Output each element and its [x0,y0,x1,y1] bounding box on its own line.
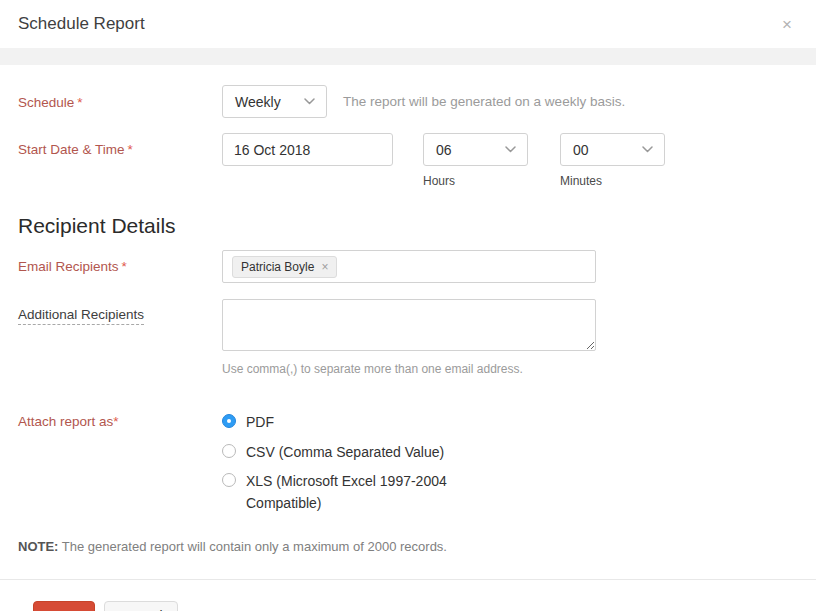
radio-option-pdf-label: PDF [246,412,274,434]
chevron-down-icon [304,98,315,105]
minutes-select[interactable]: 00 [560,133,665,166]
radio-option-csv[interactable]: CSV (Comma Separated Value) [222,442,498,464]
start-date-time-label-text: Start Date & Time [18,142,125,157]
email-recipients-row: Email Recipients* Patricia Boyle × [18,250,816,283]
additional-recipients-textarea[interactable] [222,299,596,351]
dialog-footer: Save Cancel [0,580,816,611]
header-divider-band [0,48,816,65]
required-asterisk: * [77,95,82,110]
recipient-chip: Patricia Boyle × [232,256,337,278]
attach-format-radio-group: PDF CSV (Comma Separated Value) XLS (Mic… [222,412,498,523]
schedule-select[interactable]: Weekly [222,85,327,118]
email-recipients-field[interactable]: Patricia Boyle × [222,250,596,283]
minutes-caption: Minutes [560,174,665,188]
dialog-header: Schedule Report × [0,0,816,48]
save-button[interactable]: Save [33,601,95,611]
hours-select[interactable]: 06 [423,133,528,166]
recipient-chip-name: Patricia Boyle [241,260,314,274]
start-date-time-label: Start Date & Time* [18,133,222,157]
additional-recipients-row: Additional Recipients Use comma(,) to se… [18,299,816,376]
chip-remove-icon[interactable]: × [321,260,328,274]
close-icon[interactable]: × [778,14,796,35]
schedule-label: Schedule* [18,94,222,110]
required-asterisk: * [128,142,133,157]
start-date-input[interactable] [222,133,393,166]
hours-caption: Hours [423,174,528,188]
required-asterisk: * [113,414,118,429]
required-asterisk: * [122,259,127,274]
note-prefix: NOTE: [18,539,58,554]
schedule-row: Schedule* Weekly The report will be gene… [18,85,816,118]
radio-option-csv-label: CSV (Comma Separated Value) [246,442,444,464]
attach-report-label: Attach report as* [18,412,222,429]
schedule-help-text: The report will be generated on a weekly… [343,94,625,109]
minutes-select-value: 00 [573,142,589,158]
cancel-button[interactable]: Cancel [104,601,178,611]
radio-unselected-icon[interactable] [222,444,236,458]
radio-unselected-icon[interactable] [222,473,236,487]
chevron-down-icon [642,146,653,153]
dialog-title: Schedule Report [18,14,145,34]
recipient-details-heading: Recipient Details [18,214,816,238]
additional-recipients-label: Additional Recipients [18,299,222,322]
radio-option-xls[interactable]: XLS (Microsoft Excel 1997-2004 Compatibl… [222,471,498,514]
dialog-body: Schedule* Weekly The report will be gene… [0,85,816,554]
start-date-time-row: Start Date & Time* 06 Hours 00 Minutes [18,133,816,188]
additional-recipients-label-text: Additional Recipients [18,307,144,325]
schedule-select-value: Weekly [235,94,281,110]
additional-recipients-group: Use comma(,) to separate more than one e… [222,299,596,376]
hours-select-value: 06 [436,142,452,158]
attach-report-row: Attach report as* PDF CSV (Comma Separat… [18,412,816,523]
hours-group: 06 Hours [423,133,528,188]
radio-option-xls-label: XLS (Microsoft Excel 1997-2004 Compatibl… [246,471,498,514]
note-line: NOTE: The generated report will contain … [18,539,816,554]
schedule-label-text: Schedule [18,95,74,110]
note-text: The generated report will contain only a… [58,539,447,554]
email-recipients-label-text: Email Recipients [18,259,119,274]
radio-option-pdf[interactable]: PDF [222,412,498,434]
email-recipients-label: Email Recipients* [18,259,222,274]
radio-selected-icon[interactable] [222,414,236,428]
chevron-down-icon [505,146,516,153]
minutes-group: 00 Minutes [560,133,665,188]
additional-recipients-help-text: Use comma(,) to separate more than one e… [222,362,596,376]
attach-report-label-text: Attach report as [18,414,113,429]
